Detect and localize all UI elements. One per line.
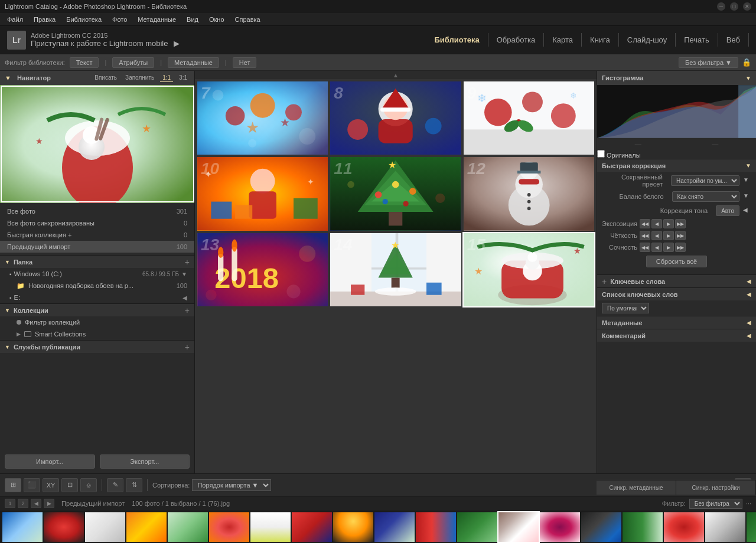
keywords-header[interactable]: + Ключевые слова ◀ [597, 274, 756, 287]
filter-text[interactable]: Текст [70, 57, 99, 68]
filmstrip-thumb-2[interactable] [44, 512, 84, 542]
keywords-add[interactable]: + [602, 277, 607, 286]
filter-dropdown[interactable]: Без фильтра ▼ [679, 57, 738, 68]
filmstrip-thumb-18[interactable] [747, 512, 756, 542]
clarity-dec-large[interactable]: ◀◀ [640, 231, 650, 240]
folder-disk-e[interactable]: ▪ E: ◀ [0, 292, 194, 303]
photo-cell-8[interactable]: 8 [330, 81, 461, 155]
module-develop[interactable]: Обработка [488, 33, 545, 47]
filter-none[interactable]: Нет [233, 57, 257, 68]
clarity-inc-large[interactable]: ▶▶ [675, 231, 686, 240]
nav-3to1[interactable]: 3:1 [177, 74, 190, 82]
photo-cell-7[interactable]: 7 ★ ★ [197, 81, 328, 155]
menu-photo[interactable]: Фото [107, 15, 132, 24]
catalog-all-photos[interactable]: Все фото 301 [0, 205, 194, 217]
photo-cell-14[interactable]: 14 ★ [330, 233, 461, 306]
close-button[interactable]: ✕ [743, 2, 751, 11]
import-button[interactable]: Импорт... [5, 454, 95, 469]
nav-fill[interactable]: Заполнить [123, 74, 157, 82]
filmstrip-thumb-11[interactable] [416, 512, 456, 542]
loupe-view-button[interactable]: ⬛ [24, 478, 40, 492]
filter-attributes[interactable]: Атрибуты [112, 57, 154, 68]
nav-fit[interactable]: Вписать [92, 74, 119, 82]
photo-cell-15[interactable]: 15 [464, 233, 594, 306]
menu-window[interactable]: Окно [204, 15, 229, 24]
filmstrip-page-1[interactable]: 1 [5, 499, 15, 508]
preset-arrow[interactable]: ▼ [743, 176, 751, 185]
painter-tool[interactable]: ✎ [107, 478, 123, 492]
menu-view[interactable]: Вид [182, 15, 203, 24]
grid-view-button[interactable]: ⊞ [5, 478, 21, 492]
metadata-header[interactable]: Метаданные ◀ [597, 316, 756, 329]
reset-all-button[interactable]: Сбросить всё [646, 256, 707, 267]
tone-auto-btn[interactable]: Авто [716, 205, 739, 216]
folder-add[interactable]: + [185, 257, 190, 267]
filmstrip-thumb-8[interactable] [292, 512, 332, 542]
lock-icon[interactable]: 🔒 [742, 58, 751, 67]
minimize-button[interactable]: ─ [717, 2, 725, 11]
catalog-quick-collection[interactable]: Быстрая коллекция + 0 [0, 229, 194, 241]
photo-cell-10[interactable]: 10 [197, 157, 328, 230]
sort-select[interactable]: Порядок импорта ▼ [192, 479, 271, 491]
module-book[interactable]: Книга [582, 33, 619, 47]
top-panel-chevron[interactable]: ▲ [195, 71, 597, 79]
filmstrip-thumb-4[interactable] [126, 512, 167, 542]
vibrance-inc[interactable]: ▶ [663, 243, 674, 252]
exposure-dec-large[interactable]: ◀◀ [640, 219, 650, 228]
collection-filter[interactable]: Фильтр коллекций [0, 316, 194, 328]
catalog-synced-photos[interactable]: Все фото синхронизированы 0 [0, 217, 194, 229]
wb-select[interactable]: Как снято [672, 191, 740, 202]
vibrance-dec[interactable]: ◀ [651, 243, 662, 252]
filmstrip-page-2[interactable]: 2 [18, 499, 28, 508]
tone-collapse[interactable]: ◀ [743, 207, 751, 215]
catalog-previous-import[interactable]: Предыдущий импорт 100 [0, 241, 194, 253]
mobile-arrow[interactable]: ▶ [174, 39, 180, 48]
exposure-dec[interactable]: ◀ [651, 219, 662, 228]
module-slideshow[interactable]: Слайд-шоу [619, 33, 676, 47]
photo-cell-11[interactable]: 11 [330, 157, 461, 230]
filmstrip-thumb-selected[interactable] [498, 512, 539, 542]
folder-new-year[interactable]: 📁 Новогодняя подборка обоев на р... 100 [0, 280, 194, 292]
module-library[interactable]: Библиотека [426, 33, 488, 47]
navigator-header[interactable]: ▼ Навигатор Вписать Заполнить 1:1 3:1 [0, 71, 194, 85]
filmstrip-filter-select[interactable]: Без фильтра [689, 499, 742, 509]
people-view-button[interactable]: ☺ [80, 478, 97, 492]
filmstrip-thumb-6[interactable] [209, 512, 249, 542]
filmstrip-thumb-16[interactable] [664, 512, 704, 542]
vibrance-dec-large[interactable]: ◀◀ [640, 243, 650, 252]
menu-file[interactable]: Файл [2, 15, 28, 24]
publish-header[interactable]: ▼ Службы публикации + [0, 340, 194, 353]
filmstrip-thumb-10[interactable] [374, 512, 415, 542]
collections-add[interactable]: + [185, 306, 190, 315]
photo-cell-12[interactable]: 12 [464, 157, 594, 230]
collection-smart[interactable]: ▶ Smart Collections [0, 328, 194, 340]
folder-header[interactable]: ▼ Папка + [0, 255, 194, 268]
quick-develop-header[interactable]: Быстрая коррекция ▼ [597, 159, 756, 172]
preset-select[interactable]: Настройки по ум... [671, 175, 739, 186]
keyword-sort-select[interactable]: По умолчанию [602, 303, 649, 313]
filmstrip-thumb-9[interactable] [333, 512, 373, 542]
menu-metadata[interactable]: Метаданные [133, 15, 181, 24]
collections-header[interactable]: ▼ Коллекции + [0, 303, 194, 316]
filmstrip-thumb-14[interactable] [581, 512, 621, 542]
module-web[interactable]: Веб [718, 33, 749, 47]
menu-help[interactable]: Справка [230, 15, 265, 24]
wb-arrow[interactable]: ▼ [743, 192, 751, 201]
photo-cell-9[interactable]: 9 ❄ ❄ [464, 81, 594, 155]
photo-cell-13[interactable]: 13 2018 [197, 233, 328, 306]
publish-add[interactable]: + [185, 342, 190, 352]
filmstrip-thumb-12[interactable] [457, 512, 497, 542]
filmstrip-more[interactable]: ··· [746, 500, 751, 507]
filmstrip-prev[interactable]: ◀ [31, 499, 41, 508]
vibrance-inc-large[interactable]: ▶▶ [675, 243, 686, 252]
keyword-list-header[interactable]: Список ключевых слов ◀ [597, 287, 756, 300]
filter-metadata[interactable]: Метаданные [168, 57, 219, 68]
filmstrip-thumb-17[interactable] [705, 512, 745, 542]
filmstrip-next[interactable]: ▶ [44, 499, 54, 508]
nav-1to1[interactable]: 1:1 [160, 74, 173, 82]
folder-disk-c[interactable]: ▪ Windows 10 (C:) 65.8 / 99.5 ГБ ▼ [0, 268, 194, 280]
sort-order-toggle[interactable]: ⇅ [126, 478, 142, 492]
compare-view-button[interactable]: XY [43, 478, 59, 492]
module-print[interactable]: Печать [676, 33, 718, 47]
maximize-button[interactable]: □ [730, 2, 738, 11]
